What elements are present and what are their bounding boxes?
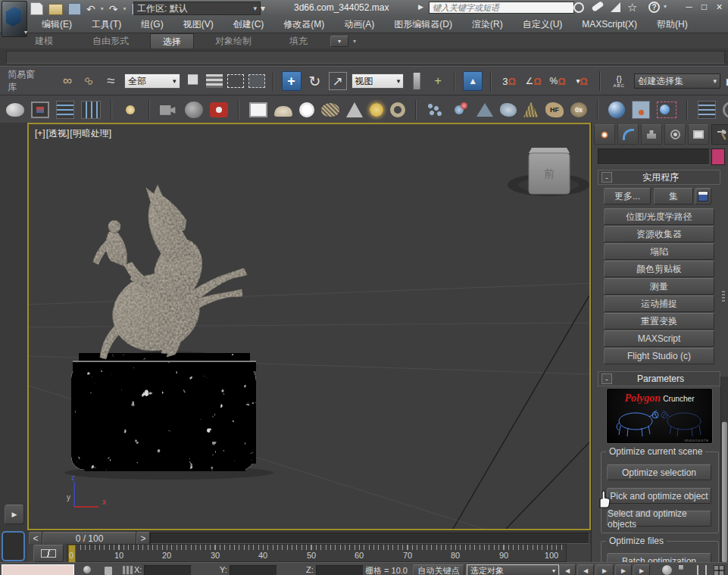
object-color-swatch[interactable] <box>711 148 725 165</box>
y-coord-field[interactable] <box>230 565 277 575</box>
go-to-end-button[interactable]: ▶ <box>633 564 650 575</box>
parameters-rollout-header[interactable]: - Parameters <box>598 371 720 386</box>
key-icon[interactable] <box>591 1 604 12</box>
auto-key-button[interactable]: 自动关键点 <box>413 564 464 575</box>
maximize-button[interactable]: □ <box>698 1 711 12</box>
utility-maxscript-button[interactable]: MAXScript <box>604 330 714 347</box>
video-camera-red-icon[interactable] <box>210 102 228 117</box>
scene-explorer-icon[interactable] <box>698 101 716 119</box>
material-editor-icon[interactable] <box>56 101 74 119</box>
left-dock-button[interactable] <box>2 531 25 561</box>
select-and-optimize-button[interactable]: Select and optimize objects <box>607 511 711 527</box>
tab-utilities-icon[interactable] <box>711 124 728 145</box>
select-and-rotate-icon[interactable]: ↻ <box>306 72 324 90</box>
menu-rendering[interactable]: 渲染(R) <box>462 16 513 33</box>
previous-frame-button[interactable]: ◀ <box>577 564 594 575</box>
utility-measure-button[interactable]: 测量 <box>604 278 714 295</box>
panel-scrollbar-thumb[interactable] <box>722 422 727 562</box>
track-bar-ruler[interactable]: 0 10 20 30 40 50 60 70 80 90 100 <box>67 544 567 562</box>
search-input[interactable] <box>429 2 574 14</box>
utility-color-clipboard-button[interactable]: 颜色剪贴板 <box>604 261 714 277</box>
new-file-icon[interactable] <box>30 2 43 15</box>
menu-animation[interactable]: 动画(A) <box>334 16 384 33</box>
play-button[interactable]: ▶ <box>595 564 614 575</box>
selection-filter-dropdown[interactable]: 全部 ▾ <box>124 73 180 89</box>
status-dot-icon[interactable] <box>83 566 91 573</box>
menu-modifiers[interactable]: 修改器(M) <box>273 16 334 33</box>
ribbon-minimize-arrow-icon[interactable]: ▾ <box>353 38 356 45</box>
select-and-link-icon[interactable]: ∞ <box>59 73 76 89</box>
panel-scrollbar-track[interactable] <box>720 377 728 562</box>
time-back-button[interactable]: < <box>29 532 42 545</box>
help-icon[interactable]: ? <box>648 2 660 13</box>
polygon-cruncher-banner[interactable]: Polygon Cruncher mootools <box>606 388 713 444</box>
maximize-viewport-icon[interactable] <box>714 565 725 575</box>
redo-icon[interactable]: ↷ <box>109 2 118 15</box>
utility-motion-capture-button[interactable]: 运动捕捉 <box>604 295 714 312</box>
go-to-start-button[interactable]: ◀ <box>559 564 576 575</box>
camera-icon[interactable] <box>160 103 178 117</box>
horse-statue[interactable] <box>93 185 247 361</box>
viewcube[interactable]: 前 <box>508 148 589 196</box>
keyboard-override-icon[interactable]: ▲ <box>463 71 483 91</box>
snap-toggle-3d-icon[interactable]: 3Ω <box>499 76 519 87</box>
spinner-snap-icon[interactable]: ▾Ω <box>572 76 592 87</box>
zoom-extents-icon[interactable] <box>662 565 672 575</box>
rendered-frame-window-icon[interactable] <box>31 102 49 118</box>
mini-curve-editor-button[interactable] <box>33 545 64 562</box>
minimize-button[interactable]: ─ <box>683 1 695 12</box>
menu-customize[interactable]: 自定义(U) <box>513 16 573 33</box>
tab-modeling[interactable]: 建模 <box>23 33 65 49</box>
menu-maxscript[interactable]: MAXScript(X) <box>572 16 647 33</box>
perspective-viewport[interactable]: [+][透视][明暗处理] <box>27 123 591 530</box>
time-forward-button[interactable]: > <box>136 532 150 545</box>
donut-icon[interactable] <box>390 102 405 117</box>
tab-display-icon[interactable] <box>688 124 709 145</box>
select-object-icon[interactable] <box>185 73 202 89</box>
particle-array-icon[interactable] <box>426 102 445 117</box>
render-setup-teapot-icon[interactable] <box>6 103 24 117</box>
select-by-name-icon[interactable] <box>206 74 223 88</box>
utility-bitmap-paths-button[interactable]: 位图/光度学路径 <box>604 208 714 225</box>
percent-snap-icon[interactable]: %Ω <box>548 76 567 87</box>
named-selection-set-dropdown[interactable]: 创建选择集 ▾ <box>634 73 720 89</box>
sun-icon[interactable] <box>370 103 383 117</box>
mirror-icon[interactable]: ▶ <box>725 76 728 87</box>
use-pivot-center-icon[interactable] <box>408 73 425 89</box>
key-filter-dropdown[interactable]: 选定对象 ▾ <box>467 564 559 575</box>
rectangular-selection-icon[interactable] <box>227 74 244 88</box>
communication-icon[interactable] <box>611 2 620 12</box>
tab-selection[interactable]: 选择 <box>150 33 194 49</box>
tab-motion-icon[interactable] <box>664 124 686 145</box>
utilities-rollout-header[interactable]: - 实用程序 <box>598 170 720 185</box>
optimize-selection-button[interactable]: Optimize selection <box>607 464 711 480</box>
unlink-selection-icon[interactable]: ∞ <box>77 70 100 92</box>
bind-to-spacewarp-icon[interactable]: ≈ <box>102 73 120 89</box>
help-dropdown-icon[interactable]: ▾ <box>664 3 667 10</box>
zoom-region-icon[interactable] <box>679 565 689 575</box>
menu-create[interactable]: 创建(C) <box>223 16 274 33</box>
menu-group[interactable]: 组(G) <box>131 16 173 33</box>
x-coord-field[interactable] <box>144 565 192 575</box>
pan-view-icon[interactable] <box>697 565 707 575</box>
tab-populate[interactable]: 填充 <box>277 33 320 49</box>
batch-optimization-button[interactable]: Batch optimization <box>607 553 711 562</box>
tab-hierarchy-icon[interactable] <box>641 124 662 145</box>
menu-help[interactable]: 帮助(H) <box>647 16 698 33</box>
hf-hand-icon[interactable]: HF <box>545 102 564 117</box>
menu-views[interactable]: 视图(V) <box>173 16 223 33</box>
help-ring-icon[interactable]: ? <box>723 102 728 118</box>
utility-resource-collector-button[interactable]: 资源收集器 <box>604 226 714 242</box>
undo-icon[interactable]: ↶ <box>86 2 95 15</box>
material-sphere-icon[interactable] <box>608 102 625 118</box>
search-icon[interactable] <box>573 2 584 13</box>
absolute-mode-icon[interactable] <box>123 566 133 574</box>
utility-collapse-button[interactable]: 塌陷 <box>604 243 714 260</box>
light-lister-icon[interactable] <box>122 102 139 117</box>
statue-pedestal[interactable] <box>64 352 273 480</box>
workspace-dropdown[interactable]: 工作区: 默认 ▾ <box>133 2 261 15</box>
foliage-icon[interactable] <box>523 102 539 117</box>
time-slider-handle[interactable]: 0 / 100 <box>42 532 136 545</box>
select-and-move-icon[interactable]: + <box>282 71 302 91</box>
selection-lock-icon[interactable] <box>105 567 112 575</box>
